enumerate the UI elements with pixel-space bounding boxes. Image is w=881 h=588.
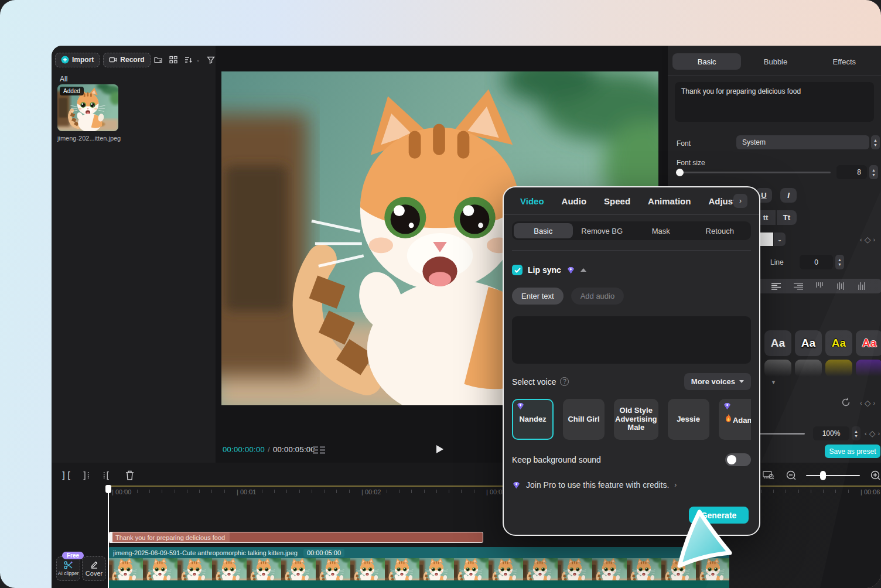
dialog-tab[interactable]: Video (520, 196, 544, 206)
scale-slider[interactable] (756, 433, 805, 435)
text-style-preset[interactable]: Aa (764, 330, 791, 356)
subtitle-text-input[interactable]: Thank you for preparing delicious food (675, 82, 874, 122)
more-voices-button[interactable]: More voices (684, 373, 751, 390)
text-style-preset[interactable]: Aa (856, 330, 881, 356)
text-panel-tab[interactable]: Effects (810, 53, 879, 70)
preview-frames-icon[interactable] (763, 470, 774, 480)
line-value[interactable]: 0 (800, 255, 833, 269)
cover-button[interactable]: Cover (82, 556, 106, 581)
enter-text-button[interactable]: Enter text (512, 288, 564, 305)
panel-divider (668, 75, 881, 76)
keyframe-control[interactable]: ‹◇› (860, 235, 875, 244)
grid-view-icon[interactable] (169, 53, 177, 66)
zoom-in-icon[interactable] (870, 470, 881, 481)
split-clip-icon[interactable]: ][ (61, 470, 71, 481)
trim-right-icon[interactable]: ⦙[ (103, 470, 110, 481)
play-button[interactable] (434, 444, 445, 454)
font-size-value[interactable]: 8 (836, 165, 867, 179)
voice-card[interactable]: Old Style Advertising Male (614, 399, 658, 440)
import-button[interactable]: Import (55, 53, 100, 67)
voice-card[interactable]: Jessie (668, 399, 709, 440)
keep-background-sound-toggle[interactable] (725, 453, 751, 466)
dialog-tab[interactable]: Audio (562, 196, 587, 206)
collapse-caret-icon[interactable] (580, 268, 586, 272)
media-thumbnail[interactable]: Added (57, 84, 118, 131)
keyframe-control[interactable]: ‹◇› (860, 398, 875, 408)
align-right-icon[interactable] (794, 283, 803, 290)
color-dropdown-chevron-icon[interactable]: ⌄ (774, 233, 786, 246)
pro-diamond-icon (566, 266, 575, 274)
text-style-preset[interactable]: Aa (825, 330, 852, 356)
text-panel-tab[interactable]: Basic (672, 53, 741, 70)
font-size-stepper[interactable]: ▲▼ (869, 165, 878, 179)
text-clip[interactable]: Thank you for preparing delicious food (108, 532, 483, 543)
text-clip-label: Thank you for preparing delicious food (112, 532, 230, 542)
font-size-slider-knob[interactable] (676, 169, 684, 176)
dialog-tab[interactable]: Adjust (708, 196, 736, 206)
lip-sync-dialog: VideoAudioSpeedAnimationAdjustAI › Basic… (503, 186, 760, 536)
frame-list-icon[interactable] (313, 446, 326, 456)
font-size-slider[interactable] (676, 172, 831, 173)
ai-clipper-button[interactable]: AI clipper (56, 556, 80, 581)
voice-card[interactable]: Adam (719, 399, 751, 440)
tabs-next-chevron-icon[interactable]: › (733, 194, 747, 208)
pro-diamond-icon (516, 402, 525, 410)
ruler-tick (461, 490, 462, 493)
ruler-tick (199, 490, 200, 493)
font-select[interactable]: System (736, 135, 869, 149)
vertical-align-bottom-icon[interactable] (858, 282, 866, 290)
ruler-tick (449, 490, 449, 493)
timeline-zoom-slider[interactable] (806, 475, 860, 476)
help-icon[interactable]: ? (560, 377, 569, 386)
join-pro-row[interactable]: Join Pro to use this feature with credit… (512, 480, 751, 490)
media-filter-all[interactable]: All (60, 75, 67, 83)
dialog-sub-tab[interactable]: Mask (631, 223, 691, 238)
vertical-align-top-icon[interactable] (816, 282, 824, 290)
ruler-tick (124, 490, 125, 493)
add-folder-icon[interactable] (154, 53, 162, 66)
keyframe-control[interactable]: ‹◇› (865, 429, 880, 438)
vertical-align-middle-icon[interactable] (837, 282, 845, 290)
video-clip[interactable]: jimeng-2025-06-09-591-Cute anthropomorph… (108, 547, 729, 588)
reset-icon[interactable] (841, 397, 851, 408)
save-as-preset-button[interactable]: Save as preset (825, 445, 880, 458)
align-left-icon[interactable] (771, 283, 781, 290)
scale-value[interactable]: 100% (813, 426, 849, 440)
voice-card[interactable]: Nandez (512, 399, 554, 440)
pro-diamond-icon (512, 481, 521, 489)
lip-sync-text-input[interactable] (512, 316, 751, 364)
more-voices-label: More voices (691, 377, 735, 386)
line-label: Line (770, 258, 784, 266)
dialog-sub-tab[interactable]: Basic (514, 223, 573, 238)
voice-card[interactable]: Chill Girl (563, 399, 605, 440)
timeline-zoom-knob[interactable] (820, 471, 826, 480)
sort-icon[interactable] (185, 53, 193, 66)
filmstrip-frame (177, 558, 212, 580)
dialog-tab[interactable]: Animation (648, 196, 691, 206)
add-audio-button[interactable]: Add audio (571, 288, 624, 305)
text-style-preset[interactable]: Aa (795, 330, 822, 356)
ruler-tick (249, 490, 250, 493)
filmstrip-frame (489, 558, 523, 580)
added-badge: Added (60, 87, 84, 95)
import-label: Import (72, 56, 94, 64)
filter-icon[interactable] (207, 53, 215, 66)
dialog-sub-tab[interactable]: Remove BG (573, 223, 632, 238)
dialog-tab[interactable]: Speed (604, 196, 630, 206)
italic-button[interactable]: I (780, 188, 797, 203)
titlecase-button[interactable]: Tt (777, 210, 797, 225)
trim-left-icon[interactable]: ]⦙ (82, 470, 89, 481)
font-stepper[interactable]: ▲▼ (871, 135, 880, 149)
record-button[interactable]: Record (103, 53, 150, 67)
dialog-divider (504, 214, 759, 215)
text-panel-tab[interactable]: Bubble (741, 53, 810, 70)
line-stepper[interactable]: ▲▼ (835, 255, 844, 269)
camera-icon (109, 56, 117, 64)
dialog-sub-tab[interactable]: Retouch (691, 223, 750, 238)
expand-presets-caret-icon[interactable]: ▼ (771, 380, 776, 385)
scale-stepper[interactable]: ▲▼ (852, 426, 860, 440)
ruler-tick (324, 490, 325, 493)
delete-icon[interactable] (125, 470, 134, 480)
zoom-out-icon[interactable] (786, 470, 797, 481)
lip-sync-checkbox[interactable] (512, 265, 523, 275)
